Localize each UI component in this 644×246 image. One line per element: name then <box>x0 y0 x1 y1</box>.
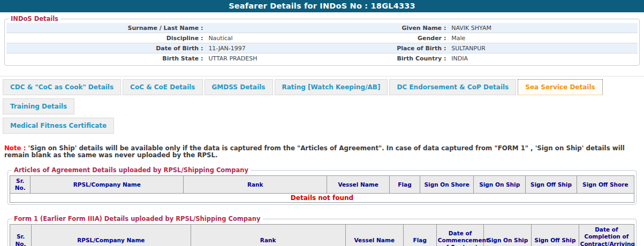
empty-result-row: Details not found <box>10 194 634 203</box>
col-date-of-completion: Date of Completion of Contract/Arriving … <box>579 225 634 246</box>
tab-strip: CDC & "CoC as Cook" DetailsCoC & CoE Det… <box>0 76 644 137</box>
articles-header-row: Sr. No. RPSL/Company Name Rank Vessel Na… <box>10 176 634 194</box>
indos-details-section: INDoS Details Surname / Last Name : Give… <box>4 15 640 66</box>
page-title: Seafarer Details for INDoS No : 18GL4333 <box>0 0 644 12</box>
given-name-value: NAVIK SHYAM <box>448 25 638 32</box>
tab-gmdss-details[interactable]: GMDSS Details <box>204 79 273 95</box>
birth-state-label: Birth State : <box>6 55 205 62</box>
indos-details-legend: INDoS Details <box>9 15 60 22</box>
col-flag: Flag <box>389 176 420 194</box>
gender-label: Gender : <box>322 35 448 42</box>
col-vessel-name: Vessel Name <box>327 176 390 194</box>
col-sr-no: Sr. No. <box>10 176 31 194</box>
surname-label: Surname / Last Name : <box>6 25 205 32</box>
indos-row-discipline: Discipline : Nautical Gender : Male <box>6 33 638 43</box>
dob-label: Date of Birth : <box>6 45 205 52</box>
tab-sea-service-details[interactable]: Sea Service Details <box>518 79 602 95</box>
tab-cdc-coc-as-cook[interactable]: CDC & "CoC as Cook" Details <box>3 79 121 95</box>
note-text: 'Sign on Ship' details will be available… <box>4 144 625 159</box>
col-rank: Rank <box>184 176 327 194</box>
col-rpsl-company: RPSL/Company Name <box>31 176 184 194</box>
birth-country-value: INDIA <box>448 55 638 62</box>
given-name-label: Given Name : <box>322 25 448 32</box>
col-sr-no: Sr. No. <box>10 225 32 246</box>
tab-medical-fitness-certificate[interactable]: Medical Fitness Certificate <box>3 118 114 134</box>
form1-table: Sr. No. RPSL/Company Name Rank Vessel Na… <box>10 224 634 246</box>
birth-country-label: Birth Country : <box>322 55 448 62</box>
articles-of-agreement-section: Articles of Agreement Details uploaded b… <box>7 166 637 205</box>
col-date-of-commencement: Date of Commencement of Contract <box>436 225 484 246</box>
col-sign-off-shore: Sign Off Shore <box>577 176 634 194</box>
col-sign-off-ship: Sign Off Ship <box>532 225 579 246</box>
col-vessel-name: Vessel Name <box>345 225 403 246</box>
col-sign-on-ship: Sign On Ship <box>474 176 526 194</box>
col-rank: Rank <box>191 225 345 246</box>
form1-header-row: Sr. No. RPSL/Company Name Rank Vessel Na… <box>10 225 634 246</box>
indos-row-birth: Date of Birth : 11-JAN-1997 Place of Bir… <box>6 43 638 53</box>
tab-dc-endorsement-cop[interactable]: DC Endorsement & CoP Details <box>389 79 516 95</box>
sign-on-ship-note: Note : 'Sign on Ship' details will be av… <box>4 145 640 159</box>
tab-coc-coe-details[interactable]: CoC & CoE Details <box>123 79 202 95</box>
col-sign-off-ship: Sign Off Ship <box>526 176 577 194</box>
col-sign-on-ship: Sign On Ship <box>484 225 532 246</box>
form1-section: Form 1 (Earlier Form IIIA) Details uploa… <box>7 215 637 246</box>
indos-row-name: Surname / Last Name : Given Name : NAVIK… <box>6 23 638 33</box>
birth-state-value: UTTAR PRADESH <box>205 55 322 62</box>
tab-training-details[interactable]: Training Details <box>3 98 74 114</box>
articles-of-agreement-legend: Articles of Agreement Details uploaded b… <box>12 166 251 174</box>
col-flag: Flag <box>403 225 436 246</box>
indos-row-state: Birth State : UTTAR PRADESH Birth Countr… <box>6 53 638 64</box>
articles-of-agreement-table: Sr. No. RPSL/Company Name Rank Vessel Na… <box>10 175 634 203</box>
place-of-birth-value: SULTANPUR <box>448 45 638 52</box>
discipline-label: Discipline : <box>6 35 205 42</box>
discipline-value: Nautical <box>205 35 322 42</box>
note-prefix: Note : <box>4 144 26 152</box>
col-rpsl-company: RPSL/Company Name <box>32 225 191 246</box>
place-of-birth-label: Place of Birth : <box>322 45 448 52</box>
tab-rating-watch-keeping[interactable]: Rating [Watch Keeping/AB] <box>275 79 388 95</box>
form1-legend: Form 1 (Earlier Form IIIA) Details uploa… <box>12 215 263 222</box>
gender-value: Male <box>448 35 638 42</box>
dob-value: 11-JAN-1997 <box>205 45 322 52</box>
col-sign-on-shore: Sign On Shore <box>420 176 474 194</box>
details-not-found-message: Details not found <box>10 194 634 203</box>
